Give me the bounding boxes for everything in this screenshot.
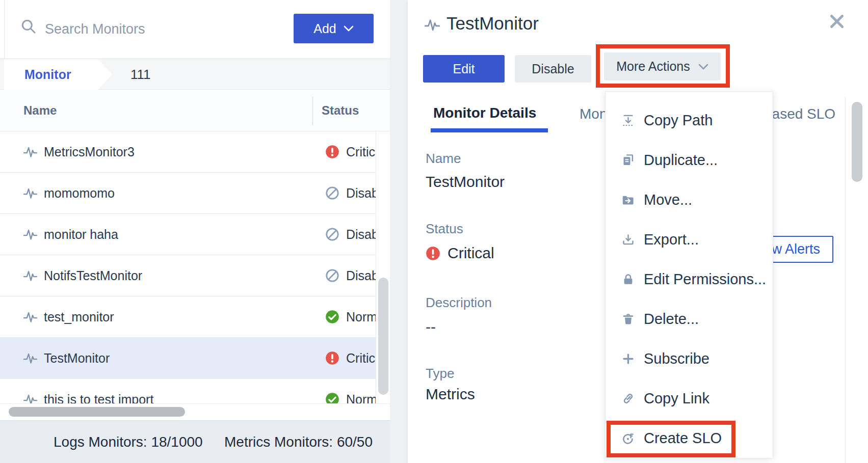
field-value-description: -- (426, 318, 436, 336)
monitor-name: momomomo (44, 173, 115, 213)
menu-item-delete[interactable]: Delete... (606, 299, 773, 339)
chevron-down-icon (698, 64, 708, 70)
add-button[interactable]: Add (294, 14, 374, 43)
disabled-icon (325, 186, 339, 200)
menu-item-copy-link[interactable]: Copy Link (606, 378, 773, 418)
monitor-name: NotifsTestMonitor (44, 255, 142, 296)
menu-item-export[interactable]: Export... (606, 220, 773, 259)
column-divider (312, 97, 313, 125)
breadcrumb-monitor-tab[interactable]: Monitor (4, 59, 112, 90)
table-row[interactable]: MetricsMonitor3 Critical (0, 131, 390, 173)
monitor-pulse-icon (23, 351, 37, 365)
metrics-monitors-count: Metrics Monitors: 60/50 (224, 421, 373, 463)
monitor-pulse-icon (23, 310, 37, 324)
detail-panel-title: TestMonitor (446, 13, 539, 34)
lock-icon (621, 273, 635, 286)
critical-icon (426, 246, 440, 261)
menu-item-create-slo[interactable]: Create SLO (606, 418, 773, 458)
tab-monitor-details[interactable]: Monitor Details (433, 105, 536, 121)
more-actions-label: More Actions (616, 59, 690, 74)
plus-icon (621, 352, 635, 366)
field-value-type: Metrics (426, 386, 475, 403)
close-icon[interactable] (828, 12, 846, 31)
duplicate-icon (621, 153, 635, 167)
monitor-name: monitor haha (44, 214, 118, 255)
breadcrumb-count[interactable]: 111 (130, 59, 151, 90)
create-slo-icon (621, 431, 635, 445)
monitor-pulse-icon (23, 228, 37, 241)
table-row[interactable]: NotifsTestMonitor Disabled (0, 255, 390, 296)
table-row[interactable]: TestMonitor Critical (0, 338, 390, 379)
menu-item-duplicate[interactable]: Duplicate... (606, 140, 773, 180)
more-actions-menu: Copy Path Duplicate... Move... Export...… (605, 91, 773, 457)
critical-icon (325, 145, 339, 159)
monitor-pulse-icon (23, 269, 37, 283)
field-value-name: TestMonitor (426, 173, 505, 190)
monitor-list-panel: Add Monitor 111 Name Status MetricsMonit… (0, 0, 390, 463)
copy-path-icon (621, 114, 635, 127)
monitor-name: test_monitor (44, 296, 114, 337)
disable-button[interactable]: Disable (515, 55, 591, 83)
menu-item-move[interactable]: Move... (606, 180, 773, 220)
table-row[interactable]: momomomo Disabled (0, 173, 390, 214)
status-text: Critical (448, 244, 494, 262)
disabled-icon (325, 268, 339, 283)
logs-monitors-count: Logs Monitors: 18/1000 (54, 421, 203, 463)
panel-gap (390, 0, 408, 463)
monitor-name: MetricsMonitor3 (44, 131, 135, 172)
menu-item-subscribe[interactable]: Subscribe (606, 339, 773, 378)
breadcrumb-monitor-label: Monitor (24, 67, 71, 82)
app-window: Add Monitor 111 Name Status MetricsMonit… (0, 0, 868, 463)
table-row[interactable]: test_monitor Normal (0, 296, 390, 338)
column-header-status[interactable]: Status (322, 90, 359, 131)
field-label-description: Description (426, 295, 492, 311)
field-label-name: Name (426, 151, 461, 167)
search-icon (20, 18, 37, 35)
monitor-quota-footer: Logs Monitors: 18/1000 Metrics Monitors:… (0, 420, 390, 463)
field-label-type: Type (426, 366, 454, 382)
field-label-status: Status (426, 221, 463, 237)
chevron-down-icon (344, 25, 354, 32)
link-icon (621, 392, 635, 405)
disabled-icon (325, 227, 339, 241)
field-value-status: Critical (426, 244, 494, 262)
trash-icon (621, 312, 635, 326)
move-icon (621, 193, 635, 207)
monitor-pulse-icon (23, 145, 37, 159)
list-horizontal-scrollbar-thumb[interactable] (9, 407, 185, 417)
edit-button[interactable]: Edit (423, 55, 505, 83)
export-icon (621, 233, 635, 247)
column-header-name[interactable]: Name (23, 90, 57, 131)
normal-icon (325, 310, 339, 324)
detail-vertical-scrollbar-thumb[interactable] (852, 102, 862, 182)
tab-monitor-second[interactable]: Mon (580, 106, 607, 122)
monitor-rows: MetricsMonitor3 Critical momomomo Disabl… (0, 131, 390, 420)
active-tab-underline (431, 128, 548, 132)
monitor-pulse-icon (425, 17, 440, 33)
menu-item-edit-permissions[interactable]: Edit Permissions... (606, 259, 773, 299)
monitor-name: TestMonitor (44, 338, 110, 378)
critical-icon (325, 351, 339, 365)
add-button-label: Add (313, 21, 336, 36)
menu-item-copy-path[interactable]: Copy Path (606, 100, 773, 140)
more-actions-button[interactable]: More Actions (604, 52, 721, 80)
monitor-pulse-icon (23, 186, 37, 200)
tab-based-slo[interactable]: based SLO (764, 106, 835, 122)
list-vertical-scrollbar-thumb[interactable] (378, 278, 388, 395)
table-row[interactable]: monitor haha Disabled (0, 214, 390, 255)
search-input[interactable] (44, 15, 243, 43)
